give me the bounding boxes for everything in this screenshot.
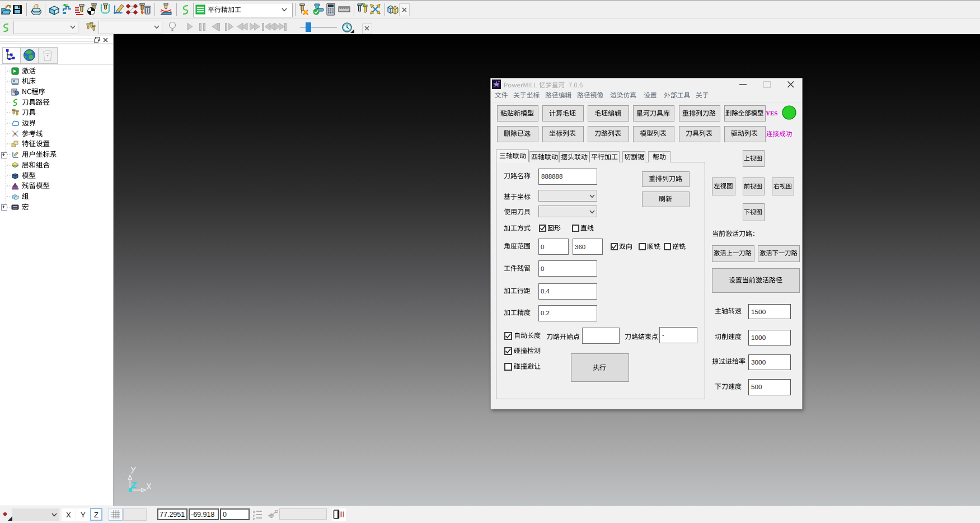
svg-text:z: z	[253, 517, 255, 520]
